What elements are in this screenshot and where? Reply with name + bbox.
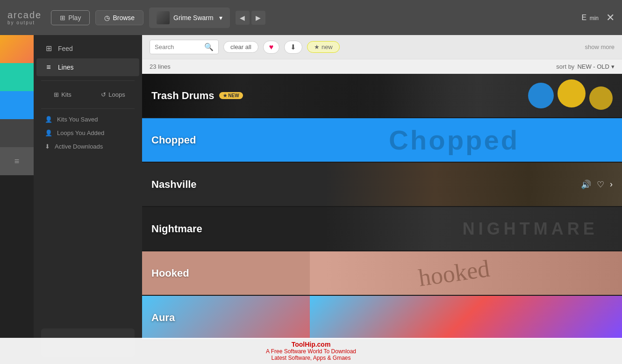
kits-saved-label: Kits You Saved [57,116,98,123]
kits-loops-row: ⊞ Kits ↺ Loops [34,85,142,105]
lines-icon: ≡ [44,63,53,71]
play-button[interactable]: ⊞ Play [51,10,90,25]
sidebar: ⊞ Feed ≡ Lines ⊞ Kits ↺ Loops � [34,35,142,364]
logo-subtitle: by output [7,20,42,25]
kits-saved-icon: 👤 [45,116,52,123]
content-area: 🔍 clear all ♥ ⬇ ★ new show more 23 lines… [142,35,622,364]
sidebar-item-feed[interactable]: ⊞ Feed [36,39,139,57]
lines-list: Trash Drums ★ NEW Chopped Chopped Nashvi… [142,74,622,364]
lines-header: 23 lines sort by NEW - OLD ▾ [142,59,622,74]
app-container: arcade by output ⊞ Play ◷ Browse Grime S… [0,0,622,364]
line-item-hooked[interactable]: Hooked hooked [142,251,622,296]
line-title-nightmare: Nightmare [151,223,202,235]
top-bar: arcade by output ⊞ Play ◷ Browse Grime S… [0,0,622,35]
kit-selector[interactable]: Grime Swarm ▾ [149,7,230,28]
line-badge-trash-drums: ★ NEW [219,92,243,99]
sidebar-item-loops-added[interactable]: 👤 Loops You Added [34,126,142,140]
edge-item-2[interactable] [0,63,34,91]
kits-icon: ⊞ [54,91,59,98]
top-bar-right: E min ✕ [582,12,615,24]
next-arrow[interactable]: ▶ [251,11,265,25]
line-item-nightmare[interactable]: NIGHTMARE Nightmare [142,207,622,251]
edge-item-4[interactable] [0,119,34,147]
watermark-line1: A Free Software World To Download [0,348,622,355]
search-box[interactable]: 🔍 [150,40,219,54]
line-title-trash-drums: Trash Drums [151,90,214,102]
kits-label: Kits [61,91,71,98]
nashville-chevron-button[interactable]: › [610,179,613,189]
loops-button[interactable]: ↺ Loops [88,87,138,102]
edge-item-5[interactable]: ≡ [0,147,34,175]
nav-arrows: ◀ ▶ [236,11,265,25]
lines-count: 23 lines [150,63,171,70]
feed-label: Feed [58,45,73,52]
sidebar-divider-1 [41,80,135,81]
sidebar-item-kits-saved[interactable]: 👤 Kits You Saved [34,113,142,126]
line-title-aura: Aura [151,312,175,324]
nashville-heart-button[interactable]: ♡ [597,179,604,190]
browse-icon: ◷ [104,14,110,21]
watermark: ToolHip.com A Free Software World To Dow… [0,338,622,364]
line-title-chopped: Chopped [151,134,196,146]
line-item-nashville[interactable]: Nashville 🔊 ♡ › [142,163,622,207]
nashville-bg [310,163,622,206]
kit-dropdown-icon: ▾ [219,14,222,21]
line-title-nashville: Nashville [151,178,197,191]
line-actions-nashville: 🔊 ♡ › [581,179,613,190]
loops-label: Loops [108,91,125,98]
left-edge-panel: ≡ [0,35,34,364]
sidebar-divider-2 [41,108,135,109]
new-filter-button[interactable]: ★ new [307,41,339,53]
line-item-aura[interactable]: Aura [142,296,622,340]
hooked-overlay-text: hooked [417,255,492,292]
sidebar-item-lines[interactable]: ≡ Lines [36,58,139,76]
aura-bg [310,296,622,339]
kit-thumbnail [157,11,170,24]
download-filter-button[interactable]: ⬇ [284,41,302,54]
line-title-hooked: Hooked [151,267,189,279]
nightmare-overlay-text: NIGHTMARE [463,219,598,239]
feed-icon: ⊞ [44,44,53,53]
sidebar-item-active-downloads[interactable]: ⬇ Active Downloads [34,140,142,153]
logo-text: arcade [7,10,42,20]
loops-added-label: Loops You Added [57,129,104,136]
loops-added-icon: 👤 [45,129,52,136]
nashville-volume-button[interactable]: 🔊 [581,179,591,190]
sort-control: sort by NEW - OLD ▾ [556,63,615,70]
loops-icon: ↺ [101,91,106,98]
heart-filter-button[interactable]: ♥ [263,41,280,54]
edge-item-3[interactable] [0,91,34,119]
line-item-chopped[interactable]: Chopped Chopped [142,118,622,163]
downloads-icon: ⬇ [45,143,50,150]
lines-label: Lines [58,64,73,71]
watermark-site: ToolHip.com [0,341,622,348]
search-input[interactable] [155,43,201,50]
kit-name: Grime Swarm [173,14,214,21]
search-icon: 🔍 [204,43,214,51]
sort-label: sort by [556,63,574,70]
chopped-overlay-text: Chopped [389,124,519,156]
sort-chevron-icon: ▾ [611,63,615,70]
prev-arrow[interactable]: ◀ [236,11,250,25]
sort-value: NEW - OLD [577,63,609,70]
app-logo: arcade by output [7,10,42,25]
sort-button[interactable]: NEW - OLD ▾ [577,63,615,70]
clear-all-button[interactable]: clear all [223,41,258,53]
active-downloads-label: Active Downloads [55,143,103,150]
watermark-line2: Latest Software, Apps & Gmaes [0,355,622,361]
browse-button[interactable]: ◷ Browse [95,10,143,25]
edge-item-1[interactable] [0,35,34,63]
play-icon: ⊞ [60,14,65,21]
line-item-trash-drums[interactable]: Trash Drums ★ NEW [142,74,622,118]
key-display: E min [582,14,599,22]
filter-bar: 🔍 clear all ♥ ⬇ ★ new show more [142,35,622,59]
show-more-link[interactable]: show more [585,43,615,50]
close-button[interactable]: ✕ [606,12,615,24]
main-content: ≡ ⊞ Feed ≡ Lines ⊞ Kits ↺ Loops [0,35,622,364]
kits-button[interactable]: ⊞ Kits [37,87,88,102]
